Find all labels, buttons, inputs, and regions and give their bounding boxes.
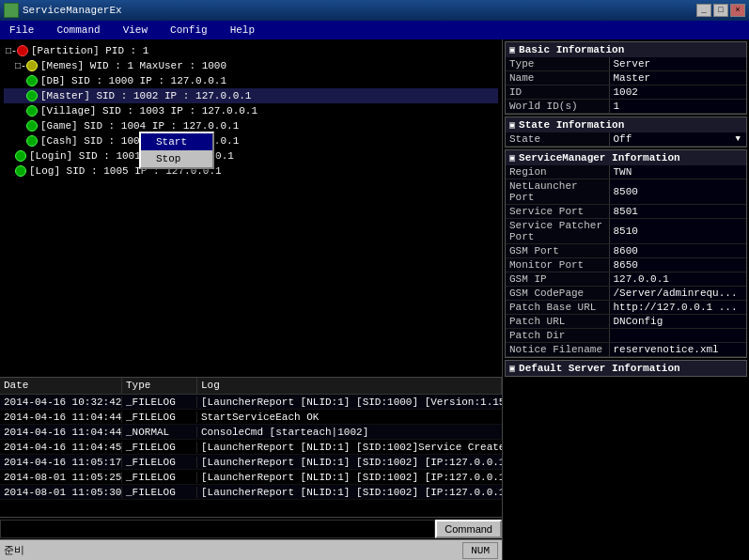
section-default-title: Default Server Information	[519, 363, 680, 374]
info-value: http://127.0.0.1 ...	[609, 301, 746, 315]
tree-label: [Memes] WID : 1 MaxUser : 1000	[40, 60, 226, 71]
info-value: 1	[609, 100, 746, 114]
minimize-button[interactable]: _	[696, 4, 711, 17]
info-key: Name	[506, 71, 609, 86]
log-col-log-header: Log	[197, 378, 502, 394]
log-cell-date: 2014-04-16 11:04:45	[0, 442, 122, 453]
tree-item-memes[interactable]: □- [Memes] WID : 1 MaxUser : 1000	[4, 58, 498, 73]
tree-item-log[interactable]: [Log] SID : 1005 IP : 127.0.0.1	[4, 163, 498, 179]
table-row: Name Master	[506, 71, 746, 86]
tree-label: [Master] SID : 1002 IP : 127.0.0.1	[40, 90, 251, 101]
log-cell-date: 2014-08-01 11:05:25	[0, 472, 122, 483]
log-col-type-header: Type	[122, 378, 197, 394]
section-expand-icon: ▣	[509, 152, 515, 163]
tree-item-cash[interactable]: [Cash] SID : 1005 IP : 127.0.0.1	[4, 133, 498, 148]
left-panel: □- [Partition] PID : 1 □- [Memes] WID : …	[0, 39, 503, 560]
command-input[interactable]	[0, 520, 435, 538]
table-row: Patch URL DNConfig	[506, 315, 746, 329]
info-key: Patch Base URL	[506, 301, 609, 315]
table-row: Service Port 8501	[506, 205, 746, 219]
tree-item-village[interactable]: [Village] SID : 1003 IP : 127.0.0.1	[4, 103, 498, 118]
section-expand-icon: ▣	[509, 119, 515, 131]
log-row: 2014-08-01 11:05:30 _FILELOG [LauncherRe…	[0, 485, 502, 500]
table-row: Patch Dir	[506, 329, 746, 343]
context-menu-start[interactable]: Start	[141, 133, 212, 150]
log-cell-type: _FILELOG	[122, 442, 197, 453]
info-key: World ID(s)	[506, 100, 609, 114]
table-row: GSM Port 8600	[506, 244, 746, 258]
node-icon-green	[15, 150, 26, 162]
tree-label: [Village] SID : 1003 IP : 127.0.0.1	[40, 105, 257, 117]
section-sm-info: ▣ ServiceManager Information Region TWN …	[505, 149, 747, 358]
tree-item-db[interactable]: [DB] SID : 1000 IP : 127.0.0.1	[4, 73, 498, 88]
menu-view[interactable]: View	[117, 21, 153, 39]
section-state-info: ▣ State Information State Off ▼	[505, 117, 747, 148]
status-num: NUM	[462, 542, 498, 559]
log-row: 2014-04-16 11:04:44 _NORMAL ConsoleCmd […	[0, 425, 502, 440]
info-value	[609, 329, 746, 343]
title-bar: ServiceManagerEx _ □ ×	[0, 0, 749, 21]
info-key: Service Port	[506, 205, 609, 219]
menu-file[interactable]: File	[4, 21, 39, 39]
right-scroll[interactable]: ▣ Basic Information Type Server Name Mas…	[503, 39, 749, 560]
info-value: DNConfig	[609, 315, 746, 329]
table-row: GSM IP 127.0.0.1	[506, 272, 746, 287]
table-row: World ID(s) 1	[506, 100, 746, 114]
command-button[interactable]: Command	[435, 520, 502, 538]
info-key: Patch Dir	[506, 329, 609, 343]
table-row: Service Patcher Port 8510	[506, 219, 746, 244]
section-default-header: ▣ Default Server Information	[506, 361, 746, 376]
log-cell-log: [LauncherReport [NLID:1] [SID:1002] [IP:…	[197, 487, 502, 498]
main-layout: □- [Partition] PID : 1 □- [Memes] WID : …	[0, 39, 749, 560]
log-cell-date: 2014-04-16 11:04:44	[0, 427, 122, 438]
info-value: 8650	[609, 258, 746, 272]
log-cell-date: 2014-04-16 11:04:44	[0, 412, 122, 423]
tree-label: [Partition] PID : 1	[31, 45, 148, 56]
info-value: reservenotice.xml	[609, 343, 746, 357]
info-value: 8501	[609, 205, 746, 219]
tree-item-master[interactable]: [Master] SID : 1002 IP : 127.0.0.1	[4, 88, 498, 103]
state-dropdown[interactable]: Off ▼	[614, 133, 743, 145]
tree-label: [Game] SID : 1004 IP : 127.0.0.1	[40, 120, 239, 132]
info-key: Patch URL	[506, 315, 609, 329]
section-sm-title: ServiceManager Information	[519, 152, 680, 163]
log-header: Date Type Log	[0, 378, 502, 395]
log-row: 2014-04-16 11:05:17 _FILELOG [LauncherRe…	[0, 455, 502, 470]
info-key: Notice Filename	[506, 343, 609, 357]
table-row: GSM CodePage /Server/adminrequ...	[506, 287, 746, 301]
menu-command[interactable]: Command	[51, 21, 105, 39]
tree-item-login[interactable]: [Login] SID : 1001 IP : 127.0.0.1	[4, 148, 498, 163]
tree-area[interactable]: □- [Partition] PID : 1 □- [Memes] WID : …	[0, 39, 502, 377]
info-value-state[interactable]: Off ▼	[609, 132, 746, 147]
table-row: Type Server	[506, 57, 746, 71]
tree-item-partition[interactable]: □- [Partition] PID : 1	[4, 43, 498, 58]
log-cell-log: [LauncherReport [NLID:1] [SID:1000] [Ver…	[197, 397, 502, 408]
tree-label: [DB] SID : 1000 IP : 127.0.0.1	[40, 75, 226, 86]
log-cell-date: 2014-04-16 10:32:42	[0, 397, 122, 408]
num-label: NUM	[471, 545, 490, 556]
close-button[interactable]: ×	[730, 4, 745, 17]
menu-config[interactable]: Config	[164, 21, 213, 39]
log-cell-type: _FILELOG	[122, 487, 197, 498]
menu-help[interactable]: Help	[225, 21, 260, 39]
info-value: Master	[609, 71, 746, 86]
node-icon-green	[26, 135, 38, 147]
context-menu-stop[interactable]: Stop	[141, 150, 212, 167]
info-key: GSM Port	[506, 244, 609, 258]
info-key: GSM CodePage	[506, 287, 609, 301]
app-title: ServiceManagerEx	[23, 5, 122, 16]
basic-info-table: Type Server Name Master ID 1002 World ID…	[506, 57, 746, 114]
info-key: ID	[506, 86, 609, 100]
window-controls: _ □ ×	[696, 4, 745, 17]
tree-item-game[interactable]: [Game] SID : 1004 IP : 127.0.0.1	[4, 118, 498, 133]
log-row: 2014-04-16 10:32:42 _FILELOG [LauncherRe…	[0, 395, 502, 410]
node-icon-yellow	[26, 60, 38, 71]
info-value: 8500	[609, 179, 746, 205]
info-key: Region	[506, 165, 609, 179]
maximize-button[interactable]: □	[713, 4, 728, 17]
section-basic-header: ▣ Basic Information	[506, 42, 746, 57]
log-col-date-header: Date	[0, 378, 122, 394]
dropdown-arrow-icon[interactable]: ▼	[736, 134, 742, 144]
log-rows: 2014-04-16 10:32:42 _FILELOG [LauncherRe…	[0, 395, 502, 517]
section-basic-info: ▣ Basic Information Type Server Name Mas…	[505, 41, 747, 115]
